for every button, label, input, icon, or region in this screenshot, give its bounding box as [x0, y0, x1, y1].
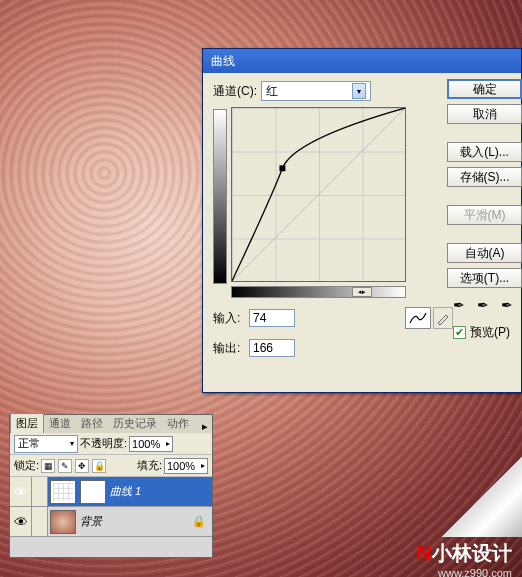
visibility-toggle[interactable]: 👁 [10, 477, 32, 506]
lock-label: 锁定: [14, 458, 39, 473]
chevron-down-icon: ▾ [352, 83, 366, 99]
blend-mode-select[interactable]: 正常 ▾ [14, 435, 78, 453]
opacity-input[interactable]: 100%▸ [129, 436, 173, 452]
preview-label: 预览(P) [470, 324, 510, 341]
lock-icon: 🔒 [192, 515, 206, 528]
ok-button[interactable]: 确定 [447, 79, 522, 99]
cancel-button[interactable]: 取消 [447, 104, 522, 124]
curve-path [232, 108, 405, 281]
tab-layers[interactable]: 图层 [10, 413, 44, 433]
curve-grid[interactable] [231, 107, 406, 282]
adjustment-thumb-icon [50, 480, 76, 504]
tab-paths[interactable]: 路径 [76, 414, 108, 433]
mask-thumb-icon [80, 480, 106, 504]
auto-button[interactable]: 自动(A) [447, 243, 522, 263]
channel-value: 红 [266, 83, 278, 100]
input-label: 输入: [213, 310, 249, 327]
output-label: 输出: [213, 340, 249, 357]
layer-name: 背景 [80, 514, 102, 529]
panel-menu-icon[interactable]: ▸ [198, 420, 212, 433]
svg-line-0 [232, 108, 405, 281]
watermark-logo-icon: N [416, 540, 432, 565]
layer-list: 👁 曲线 1 👁 背景 🔒 [10, 477, 212, 557]
smooth-button: 平滑(M) [447, 205, 522, 225]
output-field[interactable] [249, 339, 295, 357]
fill-value: 100% [167, 460, 195, 472]
curve-control-point[interactable] [279, 165, 285, 171]
fill-input[interactable]: 100%▸ [164, 458, 208, 474]
vertical-gradient-ramp [213, 109, 227, 284]
eyedropper-white-icon[interactable]: ✒ [501, 297, 519, 315]
watermark-url: www.z990.com [438, 567, 512, 577]
layer-item-background[interactable]: 👁 背景 🔒 [10, 507, 212, 537]
layers-panel: 图层 通道 路径 历史记录 动作 ▸ 正常 ▾ 不透明度: 100%▸ 锁定: … [9, 414, 213, 558]
lock-transparency-icon[interactable]: ▦ [41, 459, 55, 473]
opacity-label: 不透明度: [80, 436, 127, 451]
panel-tabs: 图层 通道 路径 历史记录 动作 ▸ [10, 415, 212, 433]
gradient-toggle-icon[interactable]: ◂▸ [352, 287, 372, 297]
layer-list-empty [10, 537, 212, 557]
page-curl-decoration [442, 457, 522, 537]
preview-checkbox[interactable]: ✔ [453, 326, 466, 339]
tab-history[interactable]: 历史记录 [108, 414, 162, 433]
options-button[interactable]: 选项(T)... [447, 268, 522, 288]
dialog-titlebar[interactable]: 曲线 [203, 49, 521, 73]
blend-mode-value: 正常 [18, 436, 40, 451]
channel-label: 通道(C): [213, 83, 257, 100]
layer-item-curves[interactable]: 👁 曲线 1 [10, 477, 212, 507]
curve-tool-icon [409, 311, 427, 325]
link-column[interactable] [32, 477, 48, 506]
dialog-title: 曲线 [211, 53, 235, 70]
chevron-down-icon: ▾ [70, 439, 74, 448]
curve-tool-button[interactable] [405, 307, 431, 329]
eye-icon: 👁 [14, 484, 28, 500]
lock-position-icon[interactable]: ✥ [75, 459, 89, 473]
curves-dialog: 曲线 通道(C): 红 ▾ ◂▸ [202, 48, 522, 393]
channel-select[interactable]: 红 ▾ [261, 81, 371, 101]
lock-pixels-icon[interactable]: ✎ [58, 459, 72, 473]
eye-icon: 👁 [14, 514, 28, 530]
layer-thumb-icon [50, 510, 76, 534]
visibility-toggle[interactable]: 👁 [10, 507, 32, 536]
fill-label: 填充: [137, 458, 162, 473]
link-column[interactable] [32, 507, 48, 536]
eyedropper-gray-icon[interactable]: ✒ [477, 297, 495, 315]
watermark: N小林设计 [416, 540, 512, 567]
eyedropper-black-icon[interactable]: ✒ [453, 297, 471, 315]
lock-all-icon[interactable]: 🔒 [92, 459, 106, 473]
tab-actions[interactable]: 动作 [162, 414, 194, 433]
layer-name: 曲线 1 [110, 484, 141, 499]
input-field[interactable] [249, 309, 295, 327]
load-button[interactable]: 载入(L)... [447, 142, 522, 162]
opacity-value: 100% [132, 438, 160, 450]
tab-channels[interactable]: 通道 [44, 414, 76, 433]
watermark-text: 小林设计 [432, 542, 512, 564]
save-button[interactable]: 存储(S)... [447, 167, 522, 187]
horizontal-gradient-ramp [231, 286, 406, 298]
